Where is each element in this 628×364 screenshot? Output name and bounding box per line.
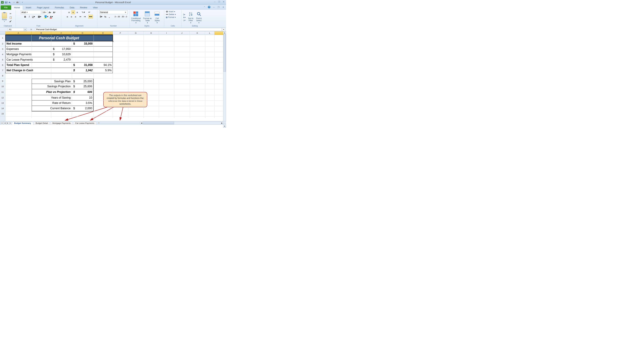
font-color-button[interactable]: A▾ bbox=[49, 15, 54, 18]
cell-E2[interactable] bbox=[93, 41, 113, 46]
ribbon-minimize-icon[interactable]: ⌃ bbox=[203, 6, 206, 8]
cell-C3[interactable]: $17,950 bbox=[51, 46, 72, 52]
autosum-button[interactable]: Σ▾ bbox=[182, 13, 186, 16]
tab-formulas[interactable]: Formulas bbox=[52, 5, 67, 10]
cell-BC9[interactable]: Savings Plan bbox=[32, 79, 72, 84]
row-header-12[interactable]: 12 bbox=[0, 95, 5, 100]
insert-cells-button[interactable]: ➕Insert▾ bbox=[165, 10, 176, 13]
font-name-combo[interactable]: Arial▾ bbox=[21, 10, 41, 14]
prev-sheet-button[interactable]: ◀ bbox=[3, 122, 6, 125]
file-tab[interactable]: File bbox=[1, 5, 11, 10]
increase-indent-icon[interactable]: ⇥ bbox=[83, 15, 86, 18]
cell-E4[interactable] bbox=[93, 52, 113, 57]
cell-BC10[interactable]: Savings Projection bbox=[32, 84, 72, 89]
cell-BC11[interactable]: Plan vs Projection bbox=[32, 89, 72, 95]
tab-review[interactable]: Review bbox=[77, 5, 90, 10]
col-header-K[interactable]: K bbox=[190, 31, 205, 35]
restore-button[interactable]: ❐ bbox=[217, 0, 221, 3]
cell-D3[interactable] bbox=[72, 46, 93, 52]
format-as-table-button[interactable]: Format as Table▾ bbox=[143, 11, 152, 24]
name-box-dropdown[interactable]: ▼ bbox=[24, 28, 26, 31]
cell-A5[interactable]: Car Lease Payments bbox=[5, 57, 51, 63]
row-header-4[interactable]: 4 bbox=[0, 52, 5, 57]
col-header-L[interactable]: L bbox=[205, 31, 215, 35]
cell-A4[interactable]: Mortgage Payments bbox=[5, 52, 51, 57]
cell-D5[interactable] bbox=[72, 57, 93, 63]
cell-A7[interactable]: Net Change in Cash bbox=[5, 68, 51, 73]
cell-E7[interactable]: 5.9% bbox=[93, 68, 113, 73]
worksheet-grid[interactable]: 123456789101112131415 ABCDEFGHIJKL Perso… bbox=[0, 31, 226, 121]
col-header-C[interactable]: C bbox=[51, 31, 72, 35]
minimize-button[interactable]: ─ bbox=[213, 0, 217, 3]
scroll-right-button[interactable]: ▶ bbox=[221, 122, 223, 124]
row-header-6[interactable]: 6 bbox=[0, 63, 5, 68]
align-middle-icon[interactable]: ≡ bbox=[71, 10, 75, 14]
conditional-formatting-button[interactable]: Conditional Formatting▾ bbox=[131, 11, 141, 24]
qat-customize-icon[interactable]: ▾ bbox=[21, 1, 24, 4]
format-painter-icon[interactable]: 🖌 bbox=[8, 19, 12, 23]
row-header-3[interactable]: 3 bbox=[0, 46, 5, 52]
italic-button[interactable]: I bbox=[27, 15, 31, 18]
undo-icon[interactable] bbox=[8, 1, 12, 4]
excel-icon[interactable]: X bbox=[1, 1, 4, 4]
fill-color-button[interactable]: 🪣▾ bbox=[44, 15, 49, 18]
horizontal-scrollbar[interactable]: ◀ ▶ bbox=[140, 122, 223, 125]
cell-C5[interactable]: $2,479 bbox=[51, 57, 72, 63]
cell-E6[interactable]: 94.1% bbox=[93, 63, 113, 68]
cell-D4[interactable] bbox=[72, 52, 93, 57]
wrap-text-icon[interactable]: ↵ bbox=[87, 10, 91, 14]
row-header-15[interactable]: 15 bbox=[0, 111, 5, 116]
sort-filter-button[interactable]: AZ Sort & Filter▾ bbox=[187, 11, 194, 24]
cell-A6[interactable]: Total Plan Spend bbox=[5, 63, 51, 68]
paste-button[interactable]: Paste ▾ bbox=[1, 12, 8, 23]
col-header-I[interactable]: I bbox=[159, 31, 174, 35]
row-header-10[interactable]: 10 bbox=[0, 84, 5, 89]
select-all-corner[interactable] bbox=[0, 31, 5, 35]
cell-C2[interactable] bbox=[51, 41, 72, 46]
close-button[interactable]: ✕ bbox=[222, 0, 226, 3]
percent-format-icon[interactable]: % bbox=[103, 15, 107, 18]
cell-E5[interactable] bbox=[93, 57, 113, 63]
align-bottom-icon[interactable]: ≡ bbox=[75, 10, 79, 14]
grow-font-icon[interactable]: A▴ bbox=[48, 10, 52, 14]
fill-button[interactable]: ⬇▾ bbox=[182, 16, 186, 19]
scroll-up-button[interactable]: ▲ bbox=[223, 32, 226, 34]
formula-input[interactable]: Personal Cash Budget bbox=[35, 28, 222, 31]
tab-home[interactable]: Home bbox=[11, 5, 23, 10]
align-left-icon[interactable]: ≡ bbox=[66, 15, 69, 18]
name-box[interactable]: A1 ▼ bbox=[8, 28, 27, 31]
cut-icon[interactable]: ✂ bbox=[8, 12, 12, 15]
col-header-H[interactable]: H bbox=[144, 31, 159, 35]
cell-E3[interactable] bbox=[93, 46, 113, 52]
cell-title[interactable]: Personal Cash Budget bbox=[5, 35, 113, 41]
delete-cells-button[interactable]: ➖Delete▾ bbox=[165, 13, 176, 16]
cell-BC14[interactable]: Current Balance bbox=[32, 106, 72, 111]
accounting-format-icon[interactable]: $▾ bbox=[99, 15, 103, 18]
hscroll-thumb[interactable] bbox=[143, 122, 174, 124]
cell-C6[interactable] bbox=[51, 63, 72, 68]
tab-page-layout[interactable]: Page Layout bbox=[34, 5, 52, 10]
row-header-14[interactable]: 14 bbox=[0, 106, 5, 111]
fx-icon[interactable]: fx bbox=[30, 28, 32, 31]
sheet-tab-budget-detail[interactable]: Budget Detail bbox=[33, 122, 50, 125]
find-select-button[interactable]: Find & Select▾ bbox=[195, 11, 203, 24]
doc-restore-button[interactable]: ❐ bbox=[217, 6, 221, 8]
redo-icon[interactable] bbox=[12, 1, 15, 4]
align-right-icon[interactable]: ≡ bbox=[74, 15, 78, 18]
row-header-2[interactable]: 2 bbox=[0, 41, 5, 46]
comma-format-icon[interactable]: , bbox=[107, 15, 111, 18]
scroll-left-button[interactable]: ◀ bbox=[140, 122, 143, 124]
tab-data[interactable]: Data bbox=[67, 5, 77, 10]
format-cells-button[interactable]: ▦Format▾ bbox=[165, 16, 176, 18]
cell-D7[interactable]: $1,942 bbox=[72, 68, 93, 73]
sheet-tab-mortgage-payments[interactable]: Mortgage Payments bbox=[50, 122, 73, 125]
copy-icon[interactable]: 📋 bbox=[8, 16, 12, 19]
clear-button[interactable]: ◇▾ bbox=[182, 19, 186, 21]
col-header-E[interactable]: E bbox=[93, 31, 113, 35]
vertical-scrollbar[interactable]: ▲ ▼ bbox=[223, 31, 226, 128]
cell-D11[interactable]: $606 bbox=[72, 89, 93, 95]
cell-A3[interactable]: Expenses bbox=[5, 46, 51, 52]
row-header-8[interactable]: 8 bbox=[0, 73, 5, 78]
cell-D2[interactable]: $33,000 bbox=[72, 41, 93, 46]
decrease-indent-icon[interactable]: ⇤ bbox=[79, 15, 82, 18]
